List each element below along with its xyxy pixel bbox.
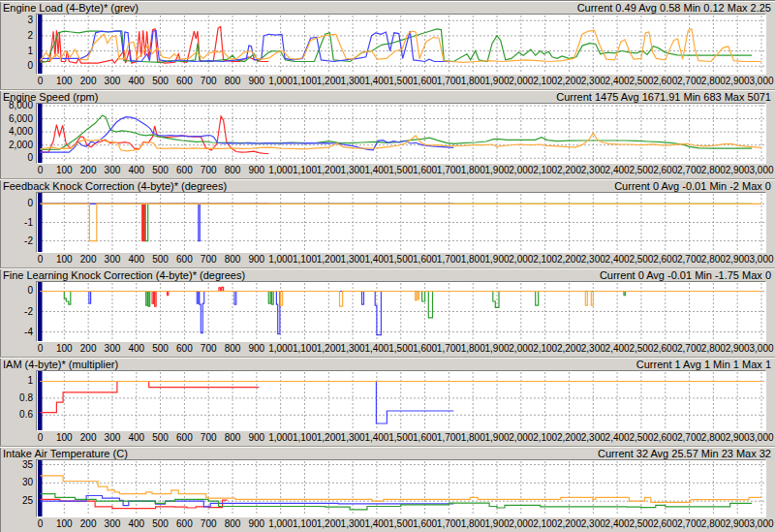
x-tick-label: 1,900 [485, 166, 510, 175]
plot-svg [37, 104, 765, 163]
x-tick-label: 300 [105, 433, 121, 443]
plot-area[interactable] [36, 192, 766, 253]
x-tick-label: 1,100 [293, 344, 317, 354]
cursor-bar[interactable] [38, 193, 43, 252]
plot-svg [37, 460, 765, 516]
plot-area[interactable] [36, 14, 766, 75]
cursor-bar[interactable] [38, 371, 43, 430]
series-blue [41, 292, 454, 335]
x-tick-label: 2,600 [653, 344, 677, 354]
x-tick-label: 1,100 [293, 255, 317, 265]
y-tick-label: -2 [24, 307, 33, 317]
x-tick-label: 1,600 [413, 77, 437, 86]
panel-stats: Current 0.49 Avg 0.58 Min 0.12 Max 2.25 [577, 2, 771, 14]
x-tick-label: 2,200 [557, 166, 581, 175]
x-tick-label: 1,700 [437, 166, 461, 175]
x-tick-label: 600 [176, 77, 193, 86]
x-tick-label: 200 [80, 77, 97, 86]
plot-area[interactable] [36, 281, 766, 342]
x-tick-label: 1,200 [317, 344, 341, 354]
panel-titlebar: Engine Speed (rpm) Current 1475 Avg 1671… [0, 90, 775, 103]
x-tick-label: 1,400 [364, 166, 388, 175]
x-tick-label: 700 [201, 255, 217, 265]
x-tick-label: 900 [249, 433, 265, 443]
y-tick-label: 0 [27, 61, 33, 71]
y-tick-label: 3 [27, 16, 33, 25]
x-tick-label: 3,000 [749, 344, 773, 354]
x-tick-label: 1,400 [364, 77, 388, 86]
x-tick-label: 1,300 [341, 255, 365, 265]
x-tick-label: 2,700 [677, 344, 701, 354]
panel-stats: Current 32 Avg 25.57 Min 23 Max 32 [598, 448, 771, 459]
x-tick-label: 500 [152, 166, 169, 175]
x-tick-label: 100 [56, 166, 73, 175]
x-tick-label: 2,400 [605, 166, 630, 175]
x-tick-label: 1,900 [485, 344, 510, 354]
x-tick-label: 2,200 [557, 255, 581, 265]
x-axis-labels: 01002003004005006007008009001,0001,1001,… [36, 75, 766, 89]
y-tick-label: -2 [24, 236, 33, 246]
x-tick-label: 300 [105, 344, 121, 354]
x-tick-label: 2,400 [605, 433, 630, 443]
x-tick-label: 500 [152, 433, 169, 443]
x-tick-label: 1,000 [268, 255, 293, 265]
x-tick-label: 2,300 [581, 255, 605, 265]
x-tick-label: 2,600 [653, 433, 677, 443]
x-tick-label: 2,300 [581, 77, 605, 86]
y-tick-label: 25 [22, 496, 33, 506]
x-tick-label: 1,100 [293, 519, 317, 529]
x-tick-label: 2,100 [533, 344, 557, 354]
plot-area[interactable] [36, 370, 766, 431]
y-axis-labels: 0-1-2 [0, 192, 36, 253]
x-tick-label: 1,300 [341, 344, 365, 354]
y-axis-labels: 10.80.6 [0, 370, 36, 431]
x-tick-label: 3,000 [749, 166, 773, 175]
y-tick-label: 0.8 [19, 393, 33, 403]
plot-svg [37, 371, 765, 430]
x-tick-label: 2,800 [701, 519, 726, 529]
panel-title: Engine Load (4-Byte)* (grev) [3, 2, 139, 14]
x-tick-label: 1,600 [413, 344, 437, 354]
x-tick-label: 1,500 [388, 166, 413, 175]
x-tick-label: 1,600 [413, 255, 437, 265]
cursor-bar[interactable] [38, 460, 43, 516]
x-tick-label: 700 [201, 433, 217, 443]
y-tick-label: 4,000 [9, 127, 33, 137]
cursor-bar[interactable] [38, 15, 43, 74]
x-tick-label: 1,700 [437, 77, 461, 86]
x-tick-label: 1,400 [364, 255, 388, 265]
x-tick-label: 1,200 [317, 255, 341, 265]
cursor-bar[interactable] [38, 104, 43, 163]
x-tick-label: 100 [56, 519, 73, 529]
x-tick-label: 1,300 [341, 77, 365, 86]
x-tick-label: 600 [176, 344, 193, 354]
x-tick-label: 1,000 [268, 77, 293, 86]
x-tick-label: 2,700 [677, 77, 701, 86]
plot-area[interactable] [36, 459, 766, 517]
x-tick-label: 1,700 [437, 344, 461, 354]
x-tick-label: 3,000 [749, 519, 773, 529]
x-tick-label: 1,500 [388, 519, 413, 529]
x-tick-label: 2,800 [701, 166, 726, 175]
plot-area[interactable] [36, 103, 766, 164]
x-tick-label: 1,700 [437, 255, 461, 265]
x-tick-label: 1,800 [461, 433, 485, 443]
plot-svg [37, 15, 765, 74]
x-tick-label: 2,900 [726, 77, 750, 86]
x-tick-label: 100 [56, 344, 73, 354]
x-tick-label: 2,100 [533, 255, 557, 265]
x-tick-label: 800 [225, 166, 241, 175]
x-tick-label: 1,500 [388, 433, 413, 443]
y-axis-labels: 8,0006,0004,0002,0000 [0, 103, 36, 164]
panel-titlebar: IAM (4-byte)* (multiplier) Current 1 Avg… [0, 358, 775, 370]
y-tick-label: 0 [27, 199, 33, 208]
x-tick-label: 2,800 [701, 433, 726, 443]
x-tick-label: 1,100 [293, 433, 317, 443]
y-tick-label: 2 [27, 31, 33, 41]
x-tick-label: 2,200 [557, 433, 581, 443]
x-tick-label: 2,400 [605, 77, 630, 86]
x-tick-label: 2,100 [533, 433, 557, 443]
x-tick-label: 1,200 [317, 166, 341, 175]
x-tick-label: 900 [249, 519, 265, 529]
x-tick-label: 3,000 [749, 433, 773, 443]
